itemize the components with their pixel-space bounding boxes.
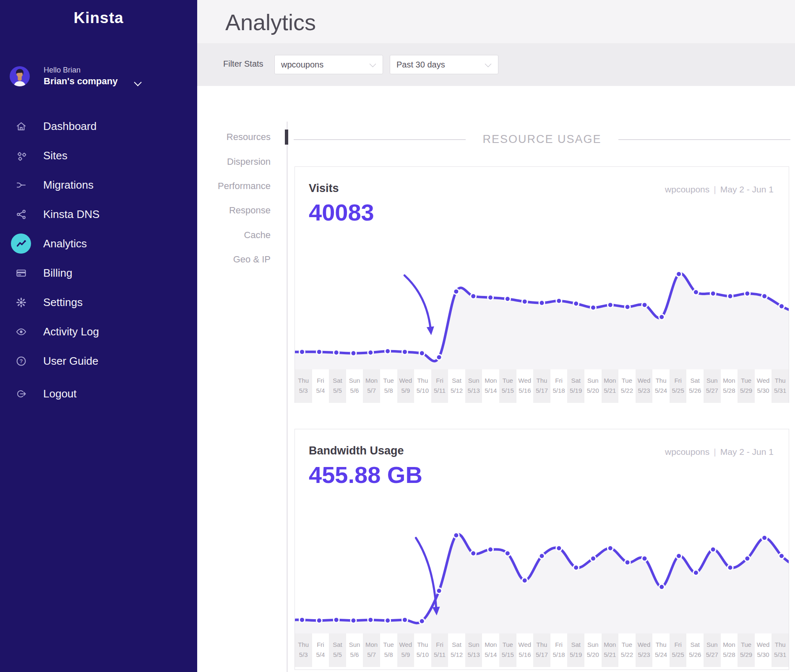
subnav-item-cache[interactable]: Cache — [197, 223, 271, 247]
annotation-arrow-shaft — [404, 275, 430, 330]
subnav-item-geo-ip[interactable]: Geo & IP — [197, 247, 271, 272]
x-label: Sun5/27 — [704, 369, 721, 403]
card-value: 455.88 GB — [309, 461, 422, 488]
subnav-item-response[interactable]: Response — [197, 198, 271, 223]
x-label: Tue5/22 — [618, 369, 636, 403]
x-label: Tue5/15 — [499, 633, 516, 667]
x-label: Sun5/13 — [465, 369, 482, 403]
x-label: Sat5/19 — [567, 369, 584, 403]
x-label: Mon5/14 — [482, 633, 499, 667]
page-header: Analytics — [197, 0, 795, 43]
sidebar-item-analytics[interactable]: Analytics — [0, 229, 197, 258]
x-label: Tue5/29 — [738, 369, 755, 403]
data-point — [402, 617, 407, 623]
main-area: Analytics Filter Stats wpcoupons Past 30… — [197, 0, 795, 672]
data-point — [522, 578, 527, 583]
sidebar-item-billing[interactable]: Billing — [0, 258, 197, 288]
x-label: Fri5/18 — [550, 369, 568, 403]
subnav-item-resources[interactable]: Resources — [197, 125, 271, 149]
x-label: Sat5/5 — [329, 633, 346, 667]
data-point — [556, 298, 562, 304]
annotation-arrow-shaft — [416, 538, 436, 610]
data-point — [300, 617, 305, 623]
x-label: Thu5/24 — [652, 633, 670, 667]
card-value: 40083 — [309, 199, 374, 226]
subnav-item-performance[interactable]: Performance — [197, 174, 271, 198]
meta-range: May 2 - Jun 1 — [720, 447, 774, 457]
meta-site: wpcoupons — [665, 447, 709, 457]
x-label: Wed5/30 — [755, 369, 772, 403]
sidebar-item-kinsta-dns[interactable]: Kinsta DNS — [0, 200, 197, 229]
x-label: Sun5/20 — [584, 369, 602, 403]
x-label: Fri5/25 — [670, 633, 687, 667]
data-point — [539, 300, 545, 306]
sidebar-item-dashboard[interactable]: Dashboard — [0, 112, 197, 141]
data-point — [762, 535, 767, 541]
sidebar-item-activity-log[interactable]: Activity Log — [0, 317, 197, 346]
data-point — [436, 355, 442, 360]
meta-range: May 2 - Jun 1 — [720, 184, 774, 194]
svg-text:?: ? — [19, 358, 23, 364]
section-title: RESOURCE USAGE — [482, 133, 601, 146]
section-rule-right — [618, 139, 790, 140]
subnav-item-dispersion[interactable]: Dispersion — [197, 149, 271, 174]
data-point — [471, 293, 476, 299]
x-label: Thu5/31 — [772, 633, 789, 667]
data-point — [556, 545, 562, 551]
filter-bar: Filter Stats wpcoupons Past 30 days — [197, 43, 795, 86]
chevron-down-icon[interactable] — [134, 78, 141, 86]
dns-icon — [15, 208, 27, 221]
company-name: Brian's company — [44, 76, 117, 87]
visits-card: Visits 40083 wpcoupons|May 2 - Jun 1 Thu… — [295, 166, 789, 403]
x-label: Thu5/3 — [295, 633, 312, 667]
data-point — [522, 299, 527, 304]
data-point — [316, 349, 322, 355]
help-icon: ? — [15, 355, 27, 367]
section-rule-left — [294, 139, 466, 140]
data-point — [727, 293, 733, 299]
data-point — [351, 350, 356, 356]
x-label: Fri5/11 — [431, 369, 448, 403]
data-point — [710, 547, 716, 552]
x-label: Sat5/19 — [567, 633, 584, 667]
sidebar-item-migrations[interactable]: Migrations — [0, 170, 197, 200]
x-label: Thu5/10 — [414, 369, 431, 403]
data-point — [488, 295, 493, 300]
x-label: Tue5/22 — [618, 633, 636, 667]
sidebar-item-user-guide[interactable]: ?User Guide — [0, 346, 197, 376]
x-label: Thu5/17 — [533, 369, 550, 403]
kinsta-logo: Kinsta — [0, 9, 197, 27]
data-point — [351, 618, 356, 623]
data-point — [590, 556, 596, 561]
subnav: ResourcesDispersionPerformanceResponseCa… — [197, 125, 271, 272]
data-point — [368, 617, 373, 623]
x-label: Thu5/10 — [414, 633, 431, 667]
sidebar-item-settings[interactable]: Settings — [0, 288, 197, 317]
site-select[interactable]: wpcoupons — [274, 55, 383, 74]
data-point — [659, 314, 665, 320]
sidebar-item-logout[interactable]: Logout — [0, 379, 197, 408]
data-point — [454, 289, 459, 294]
data-point — [607, 545, 613, 551]
x-label: Thu5/17 — [533, 633, 550, 667]
subnav-active-marker — [285, 130, 288, 145]
x-label: Wed5/23 — [636, 633, 653, 667]
content: ResourcesDispersionPerformanceResponseCa… — [197, 86, 795, 672]
data-point — [385, 618, 391, 623]
data-point — [419, 350, 425, 356]
avatar[interactable] — [10, 66, 30, 86]
data-point — [642, 556, 647, 561]
sidebar-item-sites[interactable]: Sites — [0, 141, 197, 170]
x-label: Mon5/28 — [721, 633, 738, 667]
data-point — [625, 304, 630, 310]
data-point — [334, 617, 339, 623]
data-point — [779, 304, 785, 309]
date-range-select[interactable]: Past 30 days — [390, 55, 498, 74]
x-label: Thu5/31 — [772, 369, 789, 403]
data-point — [385, 348, 391, 354]
x-label: Mon5/28 — [721, 369, 738, 403]
section-head: RESOURCE USAGE — [294, 133, 790, 146]
bandwidth-card: Bandwidth Usage 455.88 GB wpcoupons|May … — [295, 429, 789, 670]
x-label: Tue5/29 — [738, 633, 755, 667]
x-label: Mon5/14 — [482, 369, 499, 403]
